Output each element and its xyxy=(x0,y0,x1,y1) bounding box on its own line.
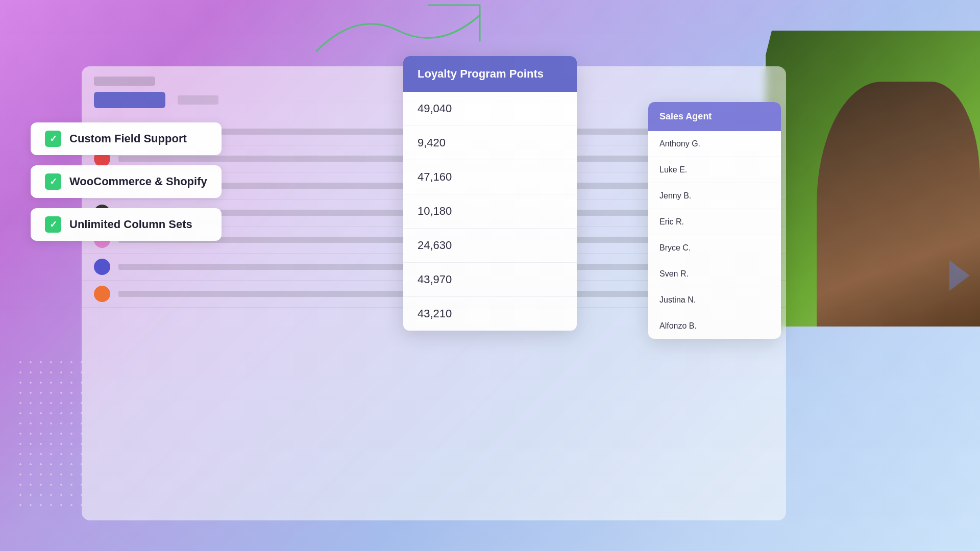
sales-row-6: Sven R. xyxy=(648,261,781,287)
loyalty-row-1: 49,040 xyxy=(403,92,577,126)
plant-background xyxy=(766,31,980,327)
agent-name-2: Luke E. xyxy=(659,165,687,174)
woocommerce-label: WooCommerce & Shopify xyxy=(69,175,207,188)
loyalty-value-3: 47,160 xyxy=(418,170,452,183)
loyalty-row-3: 47,160 xyxy=(403,160,577,194)
sales-row-5: Bryce C. xyxy=(648,235,781,261)
check-icon: ✓ xyxy=(45,216,61,233)
sales-row-4: Eric R. xyxy=(648,209,781,235)
agent-name-1: Anthony G. xyxy=(659,139,700,148)
loyalty-row-5: 24,630 xyxy=(403,229,577,263)
sales-header: Sales Agent xyxy=(648,102,781,131)
loyalty-row-7: 43,210 xyxy=(403,297,577,331)
loyalty-value-7: 43,210 xyxy=(418,307,452,320)
sales-header-text: Sales Agent xyxy=(659,111,712,121)
sales-row-2: Luke E. xyxy=(648,157,781,183)
loyalty-header: Loyalty Program Points xyxy=(403,56,577,92)
check-icon: ✓ xyxy=(45,131,61,147)
loyalty-value-5: 24,630 xyxy=(418,239,452,252)
loyalty-row-2: 9,420 xyxy=(403,126,577,160)
row-avatar xyxy=(94,259,110,275)
agent-name-8: Alfonzo B. xyxy=(659,321,697,330)
sales-row-3: Jenny B. xyxy=(648,183,781,209)
loyalty-column: Loyalty Program Points 49,040 9,420 47,1… xyxy=(403,56,577,331)
agent-name-4: Eric R. xyxy=(659,217,684,226)
loyalty-header-text: Loyalty Program Points xyxy=(418,67,544,80)
loyalty-value-1: 49,040 xyxy=(418,102,452,115)
unlimited-cols-label: Unlimited Column Sets xyxy=(69,218,192,231)
loyalty-value-2: 9,420 xyxy=(418,136,446,149)
bg-table-title-bar xyxy=(94,77,155,86)
feature-badges-container: ✓ Custom Field Support ✓ WooCommerce & S… xyxy=(31,122,222,241)
loyalty-value-4: 10,180 xyxy=(418,205,452,217)
agent-name-5: Bryce C. xyxy=(659,243,691,252)
sales-row-1: Anthony G. xyxy=(648,131,781,157)
agent-name-7: Justina N. xyxy=(659,295,696,304)
loyalty-row-4: 10,180 xyxy=(403,194,577,229)
unlimited-cols-badge: ✓ Unlimited Column Sets xyxy=(31,208,222,241)
agent-name-3: Jenny B. xyxy=(659,191,691,200)
row-avatar xyxy=(94,286,110,302)
agent-name-6: Sven R. xyxy=(659,269,689,278)
right-chevron-arrow xyxy=(949,260,970,291)
sales-row-7: Justina N. xyxy=(648,287,781,313)
bg-table-link xyxy=(178,95,218,105)
custom-field-label: Custom Field Support xyxy=(69,132,187,145)
sales-agent-column: Sales Agent Anthony G. Luke E. Jenny B. … xyxy=(648,102,781,339)
woocommerce-badge: ✓ WooCommerce & Shopify xyxy=(31,165,222,198)
check-icon: ✓ xyxy=(45,173,61,190)
sales-row-8: Alfonzo B. xyxy=(648,313,781,339)
loyalty-row-6: 43,970 xyxy=(403,263,577,297)
custom-field-badge: ✓ Custom Field Support xyxy=(31,122,222,155)
bg-table-button xyxy=(94,92,165,108)
loyalty-value-6: 43,970 xyxy=(418,273,452,286)
